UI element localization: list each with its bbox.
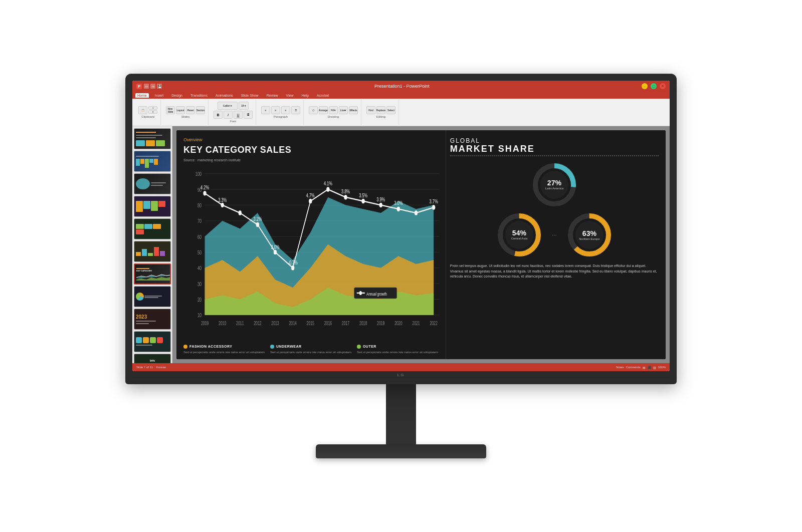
slide-thumb-8[interactable] — [134, 286, 171, 307]
statusbar-right: Notes Comments ▤ ⬛ ▥ 100% — [616, 366, 666, 369]
titlebar: P ↩ ↪ 💾 Presentation1 - PowerPoint – □ ✕ — [132, 81, 670, 92]
slide-thumb-9[interactable]: 2023 — [134, 309, 171, 330]
svg-text:50: 50 — [197, 250, 202, 256]
legend-item-fashion: FASHION ACCESSORY Sed ut perspiciatis un… — [183, 345, 266, 354]
minimize-button[interactable]: – — [642, 83, 648, 89]
svg-text:3.2%: 3.2% — [253, 216, 262, 222]
svg-text:4.7%: 4.7% — [306, 192, 315, 198]
fontsize-select[interactable]: 18 ▾ — [239, 102, 249, 110]
tab-insert[interactable]: Insert — [153, 93, 166, 98]
monitor: P ↩ ↪ 💾 Presentation1 - PowerPoint – □ ✕ — [125, 74, 677, 458]
slide-thumb-4[interactable] — [134, 196, 171, 217]
tab-review[interactable]: Review — [265, 93, 280, 98]
close-button[interactable]: ✕ — [660, 83, 666, 89]
select-button[interactable]: Select — [386, 106, 395, 114]
layout-button[interactable]: Layout — [176, 106, 185, 114]
svg-text:3.3%: 3.3% — [218, 197, 227, 203]
legend-dot-outer — [357, 345, 361, 349]
slide-thumb-6[interactable] — [134, 241, 171, 262]
slides-group: NewSlide Layout Reset Section Slides — [163, 100, 209, 125]
tab-acrobat[interactable]: Acrobat — [315, 93, 331, 98]
donut-label-northern-europe: 63% Northern Europe — [579, 229, 600, 241]
paragraph-group: ≡ ≡ ≡ ☰ Paragraph — [258, 100, 304, 125]
svg-point-35 — [379, 202, 382, 207]
statusbar-notes[interactable]: Notes — [616, 366, 624, 369]
chart-legend: FASHION ACCESSORY Sed ut perspiciatis un… — [183, 342, 440, 354]
svg-text:2020: 2020 — [394, 321, 402, 327]
redo-icon[interactable]: ↪ — [150, 84, 155, 89]
slide-thumb-11[interactable]: 54% 48% — [134, 354, 171, 363]
svg-text:80: 80 — [197, 203, 202, 209]
svg-text:3.0%: 3.0% — [394, 200, 403, 206]
svg-text:4.2%: 4.2% — [200, 184, 209, 190]
find-button[interactable]: Find — [366, 106, 375, 114]
slide-thumb-7[interactable]: KEY CATEGORY — [134, 263, 171, 285]
align-center-button[interactable]: ≡ — [271, 106, 280, 114]
font-select[interactable]: Calibri ▾ — [218, 102, 238, 110]
tab-animations[interactable]: Animations — [214, 93, 235, 98]
tab-design[interactable]: Design — [169, 93, 184, 98]
slide-canvas: Overview KEY CATEGORY SALES Source : mar… — [176, 130, 666, 359]
new-slide-button[interactable]: NewSlide — [166, 106, 175, 114]
slide-thumb-2[interactable] — [134, 151, 171, 172]
svg-point-32 — [326, 187, 329, 191]
svg-point-25 — [203, 191, 206, 195]
tab-transitions[interactable]: Transitions — [188, 93, 210, 98]
bold-button[interactable]: B — [214, 111, 223, 119]
slide-thumb-5[interactable] — [134, 218, 171, 239]
view-normal-icon[interactable]: ▤ — [643, 366, 646, 369]
monitor-logo-bar: LG — [132, 371, 670, 379]
view-slide-icon[interactable]: ⬛ — [648, 366, 651, 369]
svg-text:100: 100 — [195, 171, 202, 177]
dotted-divider — [450, 155, 659, 156]
svg-text:3.7%: 3.7% — [430, 199, 438, 205]
svg-text:40: 40 — [197, 265, 202, 272]
lg-logo: LG — [397, 373, 405, 377]
reset-button[interactable]: Reset — [186, 106, 195, 114]
align-left-button[interactable]: ≡ — [261, 106, 270, 114]
shape-button[interactable]: ⬡ — [309, 106, 318, 114]
donut-northern-europe: 63% Northern Europe — [567, 212, 612, 257]
copy-button[interactable]: ⎘ — [148, 110, 157, 114]
svg-point-29 — [274, 250, 277, 254]
tab-help[interactable]: Help — [300, 93, 311, 98]
align-right-button[interactable]: ≡ — [281, 106, 290, 114]
svg-point-27 — [239, 210, 242, 215]
section-button[interactable]: Section — [196, 106, 205, 114]
svg-text:20: 20 — [197, 297, 202, 303]
save-icon[interactable]: 💾 — [157, 84, 162, 89]
underline-button[interactable]: U — [234, 111, 243, 119]
ribbon-tabs: Home Insert Design Transitions Animation… — [132, 92, 670, 99]
svg-text:2012: 2012 — [254, 321, 261, 327]
paste-button[interactable]: 📋 — [138, 106, 147, 114]
svg-point-30 — [291, 265, 294, 270]
view-reading-icon[interactable]: ▥ — [653, 366, 656, 369]
tab-view[interactable]: View — [284, 93, 296, 98]
slide-thumb-1[interactable] — [134, 128, 171, 149]
svg-text:2009: 2009 — [201, 321, 209, 327]
svg-text:2014: 2014 — [289, 321, 296, 327]
cut-button[interactable]: ✂ — [148, 106, 157, 110]
maximize-button[interactable]: □ — [651, 83, 657, 89]
donut-central-asia: 54% Central Asia — [497, 212, 542, 257]
slide-source: Source : marketing research institute — [183, 158, 440, 162]
replace-button[interactable]: Replace — [376, 106, 385, 114]
svg-point-38 — [432, 205, 435, 209]
italic-button[interactable]: I — [224, 111, 233, 119]
arrange-button[interactable]: Arrange — [319, 106, 328, 114]
undo-icon[interactable]: ↩ — [144, 84, 149, 89]
tab-home[interactable]: Home — [135, 93, 149, 98]
svg-text:2.0%: 2.0% — [271, 244, 280, 250]
outline-button[interactable]: Line▾ — [339, 106, 348, 114]
fill-button[interactable]: Fill▾ — [329, 106, 338, 114]
titlebar-icons: ↩ ↪ 💾 — [144, 84, 162, 89]
tab-slideshow[interactable]: Slide Show — [239, 93, 261, 98]
bullets-button[interactable]: ☰ — [291, 106, 300, 114]
statusbar-comments[interactable]: Comments — [626, 366, 641, 369]
slide-thumb-3[interactable] — [134, 173, 171, 194]
titlebar-left: P ↩ ↪ 💾 — [136, 84, 162, 89]
effects-button[interactable]: Effects — [349, 106, 358, 114]
strikethrough-button[interactable]: S̶ — [244, 111, 253, 119]
slide-thumb-10[interactable] — [134, 331, 171, 352]
ppt-logo: P — [136, 84, 142, 89]
